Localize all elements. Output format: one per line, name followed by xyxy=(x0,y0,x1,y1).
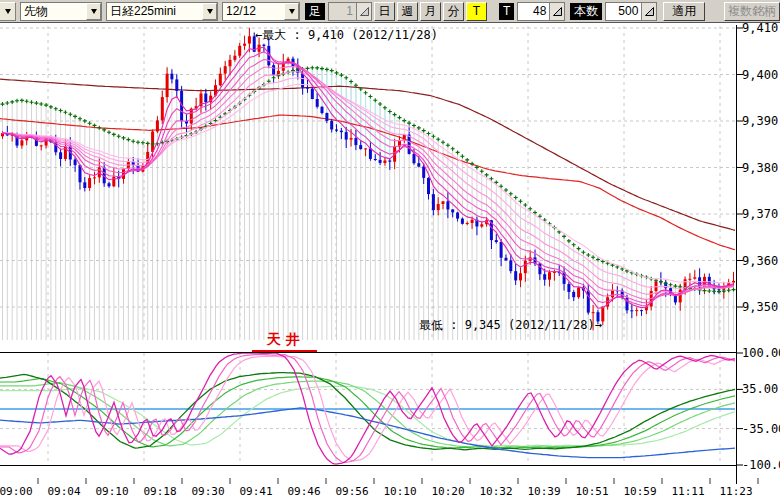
apply-button[interactable]: 適用 xyxy=(663,2,705,21)
contract-date-select-value: 12/12 xyxy=(223,4,284,18)
symbol-select[interactable]: 日経225mini xyxy=(106,2,218,21)
bar-count-spinner[interactable]: 500 xyxy=(605,2,657,21)
symbol-select-value: 日経225mini xyxy=(107,3,202,20)
annotation-session-high: ←最大 : 9,410 (2012/11/28) xyxy=(255,27,438,44)
bar-count-label-chip: 本数 xyxy=(570,3,602,20)
chevron-down-icon xyxy=(5,9,11,17)
oscillator-layer xyxy=(0,353,735,464)
period-day-button[interactable]: 日 xyxy=(374,2,395,21)
chevron-down-icon[interactable] xyxy=(202,3,217,20)
category-select[interactable]: 先物 xyxy=(20,2,102,21)
chevron-down-icon[interactable] xyxy=(86,3,101,20)
interval-spinner-value: 1 xyxy=(329,4,356,18)
multi-symbol-button[interactable]: 複数銘柄 xyxy=(724,2,780,21)
bar-count-value: 500 xyxy=(606,4,641,18)
spinner-diagonal-icon[interactable] xyxy=(356,3,371,20)
spinner-diagonal-icon[interactable] xyxy=(549,3,564,20)
tick-count-value: 48 xyxy=(518,4,549,18)
chart-svg[interactable] xyxy=(0,0,780,500)
leftmost-dropdown-button[interactable] xyxy=(0,2,16,21)
contract-date-select[interactable]: 12/12 xyxy=(222,2,300,21)
period-minute-button[interactable]: 分 xyxy=(443,2,464,21)
category-select-value: 先物 xyxy=(21,3,86,20)
interval-spinner[interactable]: 1 xyxy=(328,2,372,21)
period-tick-button[interactable]: T xyxy=(466,2,487,21)
chart-app-window: 9,4109,4009,3909,3809,3709,3609,350100.0… xyxy=(0,0,780,500)
bar-type-label-chip: 足 xyxy=(305,3,325,20)
chevron-down-icon[interactable] xyxy=(284,3,299,20)
period-month-button[interactable]: 月 xyxy=(420,2,441,21)
annotation-session-low: 最低 : 9,345 (2012/11/28)→ xyxy=(419,317,602,334)
annotation-ceiling: 天井 xyxy=(252,331,317,352)
period-week-button[interactable]: 週 xyxy=(397,2,418,21)
candlestick-layer xyxy=(0,28,736,330)
tick-count-spinner[interactable]: 48 xyxy=(517,2,565,21)
tick-label-chip: T xyxy=(499,3,514,20)
toolbar: 先物 日経225mini 12/12 足 1 日 週 月 分 T T 48 本数… xyxy=(0,0,780,23)
spinner-diagonal-icon[interactable] xyxy=(641,3,656,20)
